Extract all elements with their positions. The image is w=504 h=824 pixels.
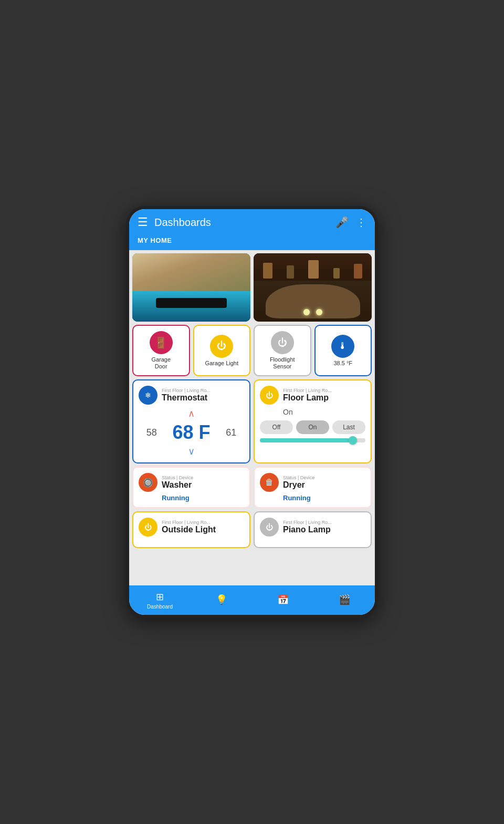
outside-light-card[interactable]: ⏻ First Floor | Living Ro... Outside Lig… [132, 511, 250, 548]
washer-card[interactable]: 🔘 Status | Device Washer Running [132, 467, 250, 508]
thermostat-subtitle: First Floor | Living Ro... [162, 388, 211, 393]
calendar-icon: 📅 [277, 594, 289, 605]
garage-light-card[interactable]: ⏻ Garage Light [193, 325, 251, 376]
widget-row-1: ❄ First Floor | Living Ro... Thermostat … [132, 379, 372, 464]
main-content: 🚪 GarageDoor ⏻ Garage Light ⏻ Floodlight… [129, 250, 375, 585]
bottom-lights-row: ⏻ First Floor | Living Ro... Outside Lig… [132, 511, 372, 548]
brightness-fill [260, 438, 350, 442]
brightness-thumb[interactable] [349, 436, 357, 445]
thermo-up-arrow[interactable]: ∧ [188, 408, 195, 419]
garage-camera[interactable] [254, 253, 372, 322]
garage-light-label: Garage Light [205, 360, 238, 367]
temperature-icon: 🌡 [331, 335, 354, 358]
garage-door-icon: 🚪 [150, 331, 173, 354]
washer-title: Washer [162, 480, 193, 490]
floodlight-sensor-label: FloodlightSensor [270, 356, 295, 370]
brightness-slider[interactable] [260, 438, 365, 442]
garage-door-card[interactable]: 🚪 GarageDoor [132, 325, 190, 376]
sub-header-title: MY HOME [138, 236, 172, 244]
garage-light-icon: ⏻ [210, 335, 233, 358]
lamp-off-button[interactable]: Off [260, 420, 293, 434]
temperature-card[interactable]: 🌡 38.5 °F [314, 325, 372, 376]
pool-camera[interactable] [132, 253, 250, 322]
mic-icon[interactable]: 🎤 [335, 216, 349, 229]
thermostat-card[interactable]: ❄ First Floor | Living Ro... Thermostat … [132, 379, 250, 464]
dryer-subtitle: Status | Device [283, 475, 314, 480]
piano-lamp-title: Piano Lamp [283, 525, 332, 534]
more-options-icon[interactable]: ⋮ [356, 216, 366, 229]
status-row: 🔘 Status | Device Washer Running 🗑 Statu… [132, 467, 372, 508]
nav-devices[interactable]: 💡 [191, 594, 252, 606]
piano-lamp-subtitle: First Floor | Living Ro... [283, 520, 332, 525]
dryer-card[interactable]: 🗑 Status | Device Dryer Running [254, 467, 372, 508]
devices-icon: 💡 [216, 594, 227, 605]
outside-light-title: Outside Light [162, 525, 216, 534]
floor-lamp-title: Floor Lamp [283, 393, 332, 403]
thermo-low: 58 [146, 427, 157, 438]
device-cards-row: 🚪 GarageDoor ⏻ Garage Light ⏻ Floodlight… [132, 325, 372, 376]
nav-camera[interactable]: 🎬 [313, 594, 375, 606]
dashboard-icon: ⊞ [156, 591, 164, 603]
thermostat-title: Thermostat [162, 393, 211, 403]
washer-subtitle: Status | Device [162, 475, 193, 480]
dryer-icon: 🗑 [260, 473, 279, 492]
nav-calendar[interactable]: 📅 [252, 594, 313, 606]
lamp-buttons: Off On Last [260, 420, 365, 434]
lamp-last-button[interactable]: Last [332, 420, 365, 434]
floor-lamp-icon: ⏻ [260, 386, 279, 405]
washer-icon: 🔘 [139, 473, 158, 492]
nav-dashboard[interactable]: ⊞ Dashboard [129, 591, 191, 610]
dryer-status: Running [283, 494, 365, 502]
thermo-down-arrow[interactable]: ∨ [188, 446, 195, 457]
dryer-title: Dryer [283, 480, 314, 490]
thermo-high: 61 [226, 427, 236, 438]
header: ☰ Dashboards 🎤 ⋮ [129, 209, 375, 233]
lamp-on-button[interactable]: On [296, 420, 329, 434]
garage-door-label: GarageDoor [151, 356, 171, 370]
camera-icon: 🎬 [339, 594, 350, 605]
floor-lamp-subtitle: First Floor | Living Ro... [283, 388, 332, 393]
temperature-label: 38.5 °F [333, 360, 352, 367]
washer-status: Running [162, 494, 244, 502]
piano-lamp-icon: ⏻ [260, 518, 279, 537]
outside-light-subtitle: First Floor | Living Ro... [162, 520, 216, 525]
floodlight-sensor-card[interactable]: ⏻ FloodlightSensor [254, 325, 311, 376]
piano-lamp-card[interactable]: ⏻ First Floor | Living Ro... Piano Lamp [254, 511, 372, 548]
menu-icon[interactable]: ☰ [138, 215, 148, 229]
camera-row [132, 253, 372, 322]
floodlight-icon: ⏻ [271, 331, 294, 354]
header-title: Dashboards [154, 217, 211, 229]
floor-lamp-status: On [283, 408, 365, 416]
thermostat-icon: ❄ [139, 386, 158, 405]
nav-dashboard-label: Dashboard [147, 604, 173, 610]
outside-light-icon: ⏻ [139, 518, 158, 537]
sub-header: MY HOME [129, 233, 375, 250]
floor-lamp-card[interactable]: ⏻ First Floor | Living Ro... Floor Lamp … [254, 379, 372, 464]
thermo-current: 68 F [172, 421, 210, 444]
bottom-navigation: ⊞ Dashboard 💡 📅 🎬 [129, 585, 375, 615]
